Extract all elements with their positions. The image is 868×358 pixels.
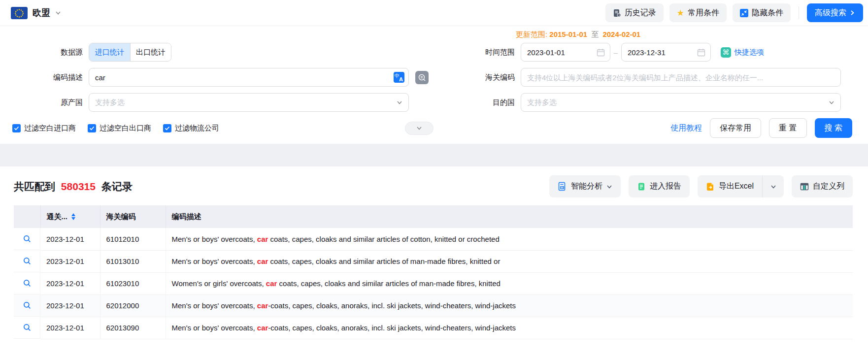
- row-detail-button[interactable]: [14, 250, 40, 272]
- hs-code-label: 海关编码: [434, 73, 515, 82]
- row-detail-button[interactable]: [14, 294, 40, 317]
- tab-export-stats[interactable]: 出口统计: [130, 43, 171, 61]
- hide-conditions-label: 隐藏条件: [752, 8, 783, 18]
- filter-label: 过滤空白进口商: [24, 124, 76, 133]
- bi-analysis-icon: BI: [558, 182, 567, 191]
- collapse-form-button[interactable]: [405, 122, 434, 135]
- filter-blank-exporter[interactable]: 过滤空白出口商: [88, 124, 151, 133]
- summary-suffix: 条记录: [101, 181, 133, 192]
- origin-placeholder: 支持多选: [95, 98, 125, 107]
- update-range-to: 2024-02-01: [602, 30, 640, 38]
- filter-logistics[interactable]: 过滤物流公司: [163, 124, 219, 133]
- sort-desc-icon: [71, 217, 75, 220]
- highlight-term: car: [257, 235, 268, 243]
- custom-columns-button[interactable]: 自定义列: [792, 175, 853, 197]
- hide-conditions-button[interactable]: 隐藏条件: [733, 3, 791, 22]
- dest-zone: 目的国 支持多选: [434, 93, 841, 112]
- tab-import-stats[interactable]: 进口统计: [89, 43, 130, 61]
- history-button[interactable]: 历史记录: [605, 3, 664, 22]
- header-clearance-date[interactable]: 通关...: [40, 205, 100, 228]
- end-date-input[interactable]: 2023-12-31: [621, 43, 711, 62]
- table-row: 2023-12-01 61013010 Men's or boys' overc…: [14, 250, 853, 272]
- table-row: 2023-12-01 61023010 Women's or girls' ov…: [14, 272, 853, 294]
- chevron-down-icon: [416, 125, 422, 131]
- code-desc-input[interactable]: [89, 68, 409, 87]
- favorites-button[interactable]: ★ 常用条件: [669, 3, 727, 22]
- header-hs-code: 海关编码: [100, 205, 166, 228]
- export-excel-label: 导出Excel: [719, 181, 754, 192]
- export-excel-button[interactable]: 导出Excel: [698, 175, 762, 197]
- chevron-right-icon: [849, 10, 855, 16]
- end-date-value: 2023-12-31: [628, 48, 666, 57]
- update-range-note: 更新范围: 2015-01-01 至 2024-02-01: [516, 30, 640, 39]
- advanced-search-label: 高级搜索: [815, 8, 846, 18]
- start-date-input[interactable]: 2023-01-01: [521, 43, 610, 62]
- topbar-actions: 历史记录 ★ 常用条件 隐藏条件 高级搜索: [605, 3, 863, 22]
- advanced-search-button[interactable]: 高级搜索: [807, 3, 863, 22]
- data-source-zone: 数据源 进口统计 出口统计: [0, 43, 434, 62]
- export-options-button[interactable]: [762, 175, 784, 197]
- origin-select[interactable]: 支持多选: [89, 93, 409, 112]
- magnifier-icon: [23, 235, 31, 243]
- row-detail-button[interactable]: [14, 272, 40, 294]
- filter-label: 过滤物流公司: [175, 124, 219, 133]
- dest-label: 目的国: [434, 98, 515, 107]
- cell-desc: Women's or girls' overcoats, car coats, …: [166, 272, 853, 294]
- svg-text:BI: BI: [561, 186, 564, 189]
- reset-button[interactable]: 重 置: [769, 118, 806, 138]
- topbar-divider: [799, 6, 799, 19]
- table-row: 2023-12-01 62012000 Men's or boys' overc…: [14, 294, 853, 317]
- translate-icon[interactable]: 中A: [394, 72, 404, 83]
- top-bar: 欧盟 历史记录 ★ 常用条件 隐藏条件: [0, 0, 868, 26]
- chevron-down-icon: [606, 184, 612, 190]
- enter-report-button[interactable]: 进入报告: [629, 175, 690, 197]
- checkbox-checked-icon: [88, 124, 96, 132]
- data-source-label: 数据源: [0, 48, 83, 57]
- highlight-term: car: [257, 324, 268, 332]
- filter-label: 过滤空白出口商: [100, 124, 151, 133]
- magnifier-icon: [23, 301, 31, 309]
- cell-code: 61012010: [100, 228, 166, 250]
- form-actions: 使用教程 保存常用 重 置 搜 索: [670, 118, 868, 138]
- highlight-term: car: [257, 257, 268, 265]
- quick-options-button[interactable]: ⌘ 快捷选项: [721, 47, 764, 58]
- region-selector[interactable]: 欧盟: [11, 7, 61, 19]
- row-detail-button[interactable]: [14, 228, 40, 250]
- enter-report-label: 进入报告: [650, 181, 681, 192]
- cell-code: 62013090: [100, 317, 166, 339]
- code-desc-zone: 编码描述 中A: [0, 68, 434, 87]
- exact-match-button[interactable]: [415, 71, 429, 84]
- sort-toggle[interactable]: [71, 213, 75, 220]
- tutorial-link[interactable]: 使用教程: [670, 123, 702, 133]
- cell-desc: Men's or boys' overcoats, car coats, cap…: [166, 250, 853, 272]
- start-date-value: 2023-01-01: [527, 48, 565, 57]
- search-button[interactable]: 搜 索: [815, 118, 852, 138]
- origin-label: 原产国: [0, 98, 83, 107]
- chevron-down-icon: [55, 10, 61, 16]
- excel-export-icon: [706, 182, 715, 191]
- history-label: 历史记录: [625, 8, 656, 18]
- hs-code-input[interactable]: [521, 68, 841, 87]
- form-row-1: 数据源 进口统计 出口统计 时间范围 2023-01-01 – 2023-12-…: [0, 43, 868, 62]
- row-detail-button[interactable]: [14, 317, 40, 339]
- smart-analysis-label: 智能分析: [571, 181, 602, 192]
- save-favorite-button[interactable]: 保存常用: [710, 118, 761, 138]
- report-icon: [637, 182, 646, 191]
- search-form: 更新范围: 2015-01-01 至 2024-02-01 数据源 进口统计 出…: [0, 26, 868, 144]
- checkbox-checked-icon: [12, 124, 21, 132]
- sort-asc-icon: [71, 213, 75, 216]
- filter-blank-importer[interactable]: 过滤空白进口商: [12, 124, 76, 133]
- columns-icon: [800, 182, 809, 191]
- quick-options-label: 快捷选项: [734, 48, 764, 57]
- hs-code-zone: 海关编码: [434, 68, 841, 87]
- header-icon-column: [14, 205, 40, 228]
- filter-row: 过滤空白进口商 过滤空白出口商 过滤物流公司 使用教程: [0, 118, 868, 138]
- smart-analysis-button[interactable]: BI 智能分析: [549, 175, 621, 197]
- eu-flag-icon: [11, 7, 28, 19]
- cell-code: 61013010: [100, 250, 166, 272]
- highlight-term: car: [266, 279, 277, 288]
- dest-select[interactable]: 支持多选: [521, 93, 841, 112]
- section-divider: [0, 144, 868, 166]
- data-source-tabs: 进口统计 出口统计: [89, 43, 171, 62]
- exact-search-icon: [418, 73, 426, 82]
